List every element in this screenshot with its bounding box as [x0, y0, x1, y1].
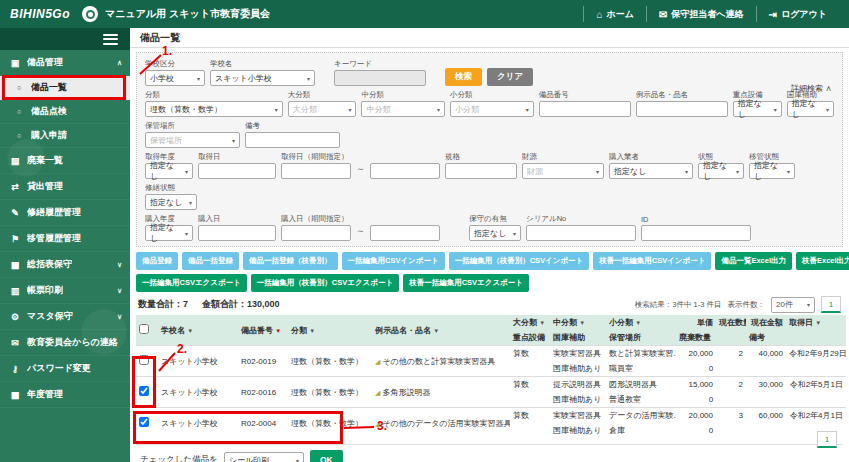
- sidebar-item-nendo-kanri[interactable]: ▦ 年度管理: [0, 382, 130, 408]
- branch-csv-export-button[interactable]: 枝番一括編集用CSVエクスポート: [403, 274, 529, 292]
- triangle-icon: ◢: [375, 420, 380, 427]
- bulk-register-button[interactable]: 備品一括登録: [182, 252, 239, 270]
- row-checkbox[interactable]: [139, 386, 149, 396]
- row-checkbox[interactable]: [139, 355, 149, 365]
- logout-link[interactable]: ⇥ ログアウト: [757, 0, 839, 28]
- sidebar-item-bihin-kanri[interactable]: ▣ 備品管理 ∧: [0, 50, 130, 76]
- acq-date-input[interactable]: [198, 163, 276, 179]
- sidebar-item-bihin-ichiran[interactable]: ○ 備品一覧: [0, 76, 130, 100]
- sidebar-item-ikan-rireki[interactable]: ⚑ 移管履歴管理: [0, 226, 130, 252]
- school-type-select[interactable]: 小学校 ▾: [145, 70, 205, 86]
- buy-date-input[interactable]: [198, 225, 276, 241]
- col-major[interactable]: 大分類 ▼: [510, 315, 550, 330]
- acq-range-from-input[interactable]: [281, 163, 351, 179]
- middle-class-select[interactable]: 中分類 ▾: [361, 101, 445, 117]
- vendor-select[interactable]: 指定なし ▾: [609, 163, 693, 179]
- field-middle-class: 中分類 中分類 ▾: [361, 90, 445, 117]
- hamburger-menu-icon[interactable]: [103, 34, 118, 45]
- search-button[interactable]: 検索: [445, 68, 482, 86]
- acq-range-to-input[interactable]: [370, 163, 440, 179]
- chevron-up-icon: ∧: [825, 84, 832, 93]
- status-select[interactable]: 指定なし ▾: [698, 163, 744, 179]
- col-date[interactable]: 取得日 ▼: [786, 315, 846, 330]
- chevron-down-icon: ∨: [117, 287, 122, 295]
- sidebar-item-shuzen-rireki[interactable]: ✎ 修繕履歴管理: [0, 200, 130, 226]
- caret-down-icon: ▾: [197, 75, 200, 82]
- field-label: 修繕状態: [145, 183, 197, 193]
- zaigen-select[interactable]: 財源 ▾: [522, 163, 604, 179]
- buy-year-select[interactable]: 指定なし ▾: [145, 225, 193, 241]
- branch-csv-import-button[interactable]: 枝番一括編集用CSVインポート: [593, 252, 711, 270]
- buy-range-to-input[interactable]: [370, 225, 440, 241]
- juten-select[interactable]: 指定なし ▾: [733, 101, 782, 117]
- item-name-input[interactable]: [636, 101, 728, 117]
- shuzen-status-select[interactable]: 指定なし ▾: [145, 194, 197, 210]
- pagination-page-1-bottom[interactable]: 1: [817, 431, 837, 448]
- sort-icon: ▼: [187, 328, 193, 334]
- register-item-button[interactable]: 備品登録: [136, 252, 178, 270]
- page-title: 備品一覧: [140, 31, 180, 45]
- bulk-action-select[interactable]: シール印刷 ▾: [224, 452, 304, 462]
- csv-import-branch-button[interactable]: 一括編集用（枝番別）CSVインポート: [449, 252, 590, 270]
- csv-import-button[interactable]: 一括編集用CSVインポート: [342, 252, 445, 270]
- excel-export-branch-button[interactable]: 枝番Excel出力: [796, 252, 849, 270]
- hoshu-select[interactable]: 指定なし ▾: [469, 225, 521, 241]
- sidebar-item-chohyo-insatsu[interactable]: ▥ 帳票印刷 ∨: [0, 278, 130, 304]
- kokko-select[interactable]: 指定なし ▾: [787, 101, 834, 117]
- col-school[interactable]: 学校名 ▼: [158, 315, 238, 346]
- detail-search-toggle[interactable]: 詳細検索 ∧: [791, 83, 832, 94]
- bulk-register-branch-button[interactable]: 備品一括登録（枝番別）: [243, 252, 338, 270]
- envelope-icon: ✉: [659, 9, 667, 20]
- sort-icon: ▼: [433, 328, 439, 334]
- sidebar-item-konyu-shinsei[interactable]: ○ 購入申請: [0, 124, 130, 148]
- sidebar-item-master-hoshu[interactable]: ⚙ マスタ保守 ∨: [0, 304, 130, 330]
- id-input[interactable]: [641, 225, 751, 241]
- minor-class-select[interactable]: 小分類 ▾: [450, 101, 534, 117]
- keyword-input[interactable]: [334, 70, 426, 86]
- pagination-page-1[interactable]: 1: [821, 296, 841, 313]
- caret-down-icon: ▾: [232, 137, 235, 144]
- col-middle[interactable]: 中分類 ▼: [550, 315, 606, 330]
- select-value: 理数（算数・数学）: [150, 104, 222, 115]
- sidebar-item-sokatsu-hoshu[interactable]: ▦ 総括表保守 ∨: [0, 252, 130, 278]
- summary-row: 数量合計：7 金額合計：130,000 検索結果：3件中 1-3 件目 表示件数…: [138, 296, 841, 313]
- acq-year-select[interactable]: 指定なし ▾: [145, 163, 193, 179]
- col-name[interactable]: 例示品名・品名 ▼: [372, 315, 510, 346]
- category-select[interactable]: 理数（算数・数学） ▾: [145, 101, 283, 117]
- sidebar-item-haiki-ichiran[interactable]: ▤ 廃棄一覧: [0, 148, 130, 174]
- serial-input[interactable]: [526, 225, 636, 241]
- col-item-no[interactable]: 備品番号 ▼: [238, 315, 288, 346]
- select-value: スキット小学校: [215, 73, 272, 84]
- kikaku-input[interactable]: [445, 163, 517, 179]
- contact-maintenance-link[interactable]: ✉ 保守担当者へ連絡: [647, 0, 756, 28]
- sort-icon-active: ▼: [275, 328, 281, 334]
- row-checkbox[interactable]: [139, 417, 149, 427]
- field-acq-date: 取得日: [198, 152, 276, 179]
- col-minor[interactable]: 小分類 ▼: [606, 315, 676, 330]
- buy-range-from-input[interactable]: [281, 225, 351, 241]
- select-all-checkbox[interactable]: [139, 324, 149, 334]
- org-logo-icon: [82, 6, 98, 22]
- major-class-select[interactable]: 大分類 ▾: [288, 101, 357, 117]
- sidebar-item-kyoiku-renraku[interactable]: ✉ 教育委員会からの連絡: [0, 330, 130, 356]
- biko-input[interactable]: [245, 132, 340, 148]
- field-label: キーワード: [334, 59, 426, 69]
- sidebar-item-bihin-tenken[interactable]: ○ 備品点検: [0, 100, 130, 124]
- sidebar-item-label: 貸出管理: [27, 180, 63, 193]
- select-value: 指定なし: [754, 160, 783, 182]
- ok-button[interactable]: OK: [310, 450, 343, 462]
- location-select[interactable]: 保管場所 ▾: [145, 132, 240, 148]
- ikan-status-select[interactable]: 指定なし ▾: [749, 163, 795, 179]
- sidebar-item-kashidashi-kanri[interactable]: ⇄ 貸出管理: [0, 174, 130, 200]
- col-category[interactable]: 分類 ▼: [288, 315, 372, 346]
- csv-export-branch-button[interactable]: 一括編集用（枝番別）CSVエクスポート: [251, 274, 399, 292]
- school-name-select[interactable]: スキット小学校 ▾: [210, 70, 315, 86]
- clear-button[interactable]: クリア: [487, 68, 533, 86]
- item-no-input[interactable]: [539, 101, 631, 117]
- home-link[interactable]: ⌂ ホーム: [584, 0, 645, 28]
- sidebar-item-password-henko[interactable]: ⚷ パスワード変更: [0, 356, 130, 382]
- page-size-select[interactable]: 20件 ▾: [771, 297, 815, 313]
- excel-export-list-button[interactable]: 備品一覧Excel出力: [715, 252, 792, 270]
- select-placeholder: 保管場所: [150, 135, 182, 146]
- csv-export-button[interactable]: 一括編集用CSVエクスポート: [136, 274, 247, 292]
